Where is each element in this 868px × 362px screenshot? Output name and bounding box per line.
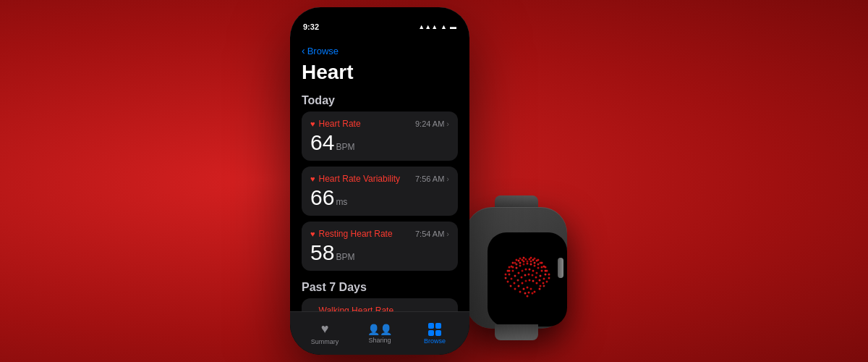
svg-point-37 xyxy=(512,270,514,272)
svg-point-51 xyxy=(518,272,520,274)
svg-point-69 xyxy=(542,282,545,285)
scene: 9:32 ▲▲▲ ▲ ▬ ‹ Browse Heart Today xyxy=(290,7,578,355)
svg-point-71 xyxy=(514,288,516,290)
watch-crown xyxy=(558,258,563,278)
watch-screen xyxy=(488,232,567,327)
heart-icon-2: ♥ xyxy=(310,174,315,183)
svg-point-78 xyxy=(540,285,542,287)
chevron-icon-3: › xyxy=(446,230,449,238)
svg-point-25 xyxy=(516,264,518,266)
nav-sharing[interactable]: 👤👤 Sharing xyxy=(352,324,407,344)
svg-point-22 xyxy=(505,274,507,276)
svg-point-70 xyxy=(543,285,545,287)
svg-point-53 xyxy=(525,269,527,271)
svg-point-75 xyxy=(529,279,531,282)
svg-point-48 xyxy=(507,281,509,283)
svg-point-54 xyxy=(529,269,531,271)
svg-point-30 xyxy=(534,262,536,264)
svg-point-60 xyxy=(510,285,512,287)
svg-point-49 xyxy=(511,278,513,280)
today-section-label: Today xyxy=(302,91,458,111)
watch-body xyxy=(466,207,567,329)
svg-point-73 xyxy=(522,282,524,285)
heart-rate-value: 64 BPM xyxy=(310,132,449,153)
svg-point-42 xyxy=(530,264,532,266)
hrv-card[interactable]: ♥ Heart Rate Variability 7:56 AM › 66 ms xyxy=(302,167,458,216)
walking-hr-title: Walking Heart Rate Average xyxy=(319,306,409,311)
svg-point-20 xyxy=(543,266,545,268)
svg-point-47 xyxy=(548,277,550,279)
svg-point-19 xyxy=(540,262,542,264)
svg-point-80 xyxy=(519,291,522,293)
back-label: Browse xyxy=(307,46,339,56)
svg-point-4 xyxy=(523,257,525,259)
sharing-label: Sharing xyxy=(368,337,391,344)
sharing-icon: 👤👤 xyxy=(367,324,392,335)
svg-point-58 xyxy=(543,278,545,280)
svg-point-87 xyxy=(532,292,534,295)
browse-label: Browse xyxy=(424,337,446,345)
svg-point-36 xyxy=(509,274,511,276)
chevron-icon-2: › xyxy=(446,174,449,183)
hrv-title: Heart Rate Variability xyxy=(319,174,401,184)
svg-point-50 xyxy=(514,275,516,277)
nav-summary[interactable]: ♥ Summary xyxy=(297,321,352,345)
heart-rate-time: 9:24 AM xyxy=(415,119,444,128)
chevron-icon: › xyxy=(446,119,449,128)
walking-hr-card[interactable]: ♥ Walking Heart Rate Average Yesterday ›… xyxy=(302,298,458,311)
svg-point-13 xyxy=(518,260,520,262)
watch-band-bottom xyxy=(495,324,538,340)
svg-point-64 xyxy=(524,274,527,277)
svg-point-23 xyxy=(509,270,511,272)
svg-point-86 xyxy=(528,292,530,294)
svg-point-24 xyxy=(512,266,514,269)
svg-point-65 xyxy=(528,274,530,276)
wifi-icon: ▲ xyxy=(441,23,447,30)
svg-point-55 xyxy=(532,270,535,272)
heart-rate-card[interactable]: ♥ Heart Rate 9:24 AM › 64 BPM xyxy=(302,111,458,161)
svg-point-45 xyxy=(541,270,543,272)
svg-point-68 xyxy=(539,279,541,282)
card-header: ♥ Heart Rate 9:24 AM › xyxy=(310,119,449,129)
heart-icon: ♥ xyxy=(310,119,315,128)
svg-point-34 xyxy=(548,274,550,276)
status-icons: ▲▲▲ ▲ ▬ xyxy=(418,23,456,30)
svg-point-62 xyxy=(517,279,519,282)
svg-point-88 xyxy=(527,295,529,298)
svg-point-35 xyxy=(505,277,507,279)
svg-point-83 xyxy=(530,288,532,290)
status-time: 9:32 xyxy=(303,22,319,31)
svg-point-59 xyxy=(546,281,548,283)
svg-point-84 xyxy=(534,291,536,293)
svg-point-16 xyxy=(529,258,531,261)
svg-point-26 xyxy=(519,262,522,264)
svg-point-82 xyxy=(527,287,529,289)
signal-icon: ▲▲▲ xyxy=(418,23,438,30)
svg-point-40 xyxy=(523,264,525,266)
back-link[interactable]: ‹ Browse xyxy=(302,39,458,59)
svg-point-31 xyxy=(537,264,540,266)
status-bar: 9:32 ▲▲▲ ▲ ▬ xyxy=(290,7,469,39)
svg-point-67 xyxy=(535,277,537,279)
bottom-nav: ♥ Summary 👤👤 Sharing Browse xyxy=(290,311,469,355)
svg-point-77 xyxy=(536,282,538,285)
past7-section-label: Past 7 Days xyxy=(302,277,458,298)
nav-browse[interactable]: Browse xyxy=(407,323,462,345)
page-title: Heart xyxy=(302,59,458,91)
svg-point-79 xyxy=(539,288,541,290)
screen-content: ‹ Browse Heart Today ♥ Heart Rate xyxy=(290,39,469,311)
svg-point-2 xyxy=(516,259,518,261)
svg-point-0 xyxy=(509,266,511,269)
svg-point-74 xyxy=(525,280,527,282)
iphone-screen: ‹ Browse Heart Today ♥ Heart Rate xyxy=(290,39,469,355)
apple-watch xyxy=(455,195,578,340)
svg-point-61 xyxy=(514,282,516,285)
svg-point-33 xyxy=(545,270,547,272)
back-arrow-icon: ‹ xyxy=(302,45,305,56)
svg-point-52 xyxy=(522,270,524,272)
hrv-time: 7:56 AM xyxy=(415,174,444,183)
svg-point-41 xyxy=(527,263,529,265)
resting-hr-card[interactable]: ♥ Resting Heart Rate 7:54 AM › 58 BPM xyxy=(302,222,458,271)
svg-point-1 xyxy=(512,262,514,264)
svg-point-28 xyxy=(527,261,529,263)
